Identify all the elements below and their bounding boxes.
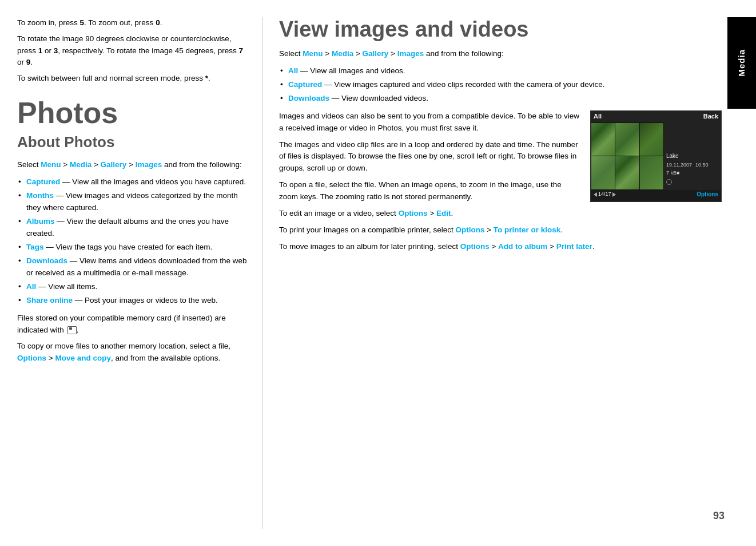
nav-right-arrow [612, 192, 616, 197]
photo-size: 7 kB■ [666, 169, 679, 177]
intro-zoom: To zoom in, press 5. To zoom out, press … [17, 17, 251, 29]
add-to-album-text: To move images to an album for later pri… [279, 241, 722, 253]
edit-text: To edit an image or a video, select Opti… [279, 208, 722, 220]
photo-cell-5 [615, 156, 639, 189]
memcard-icon [67, 326, 77, 334]
nav-left-arrow [594, 192, 597, 197]
page-container: To zoom in, press 5. To zoom out, press … [0, 0, 756, 546]
right-list-item-all: All — View all images and videos. [279, 65, 722, 77]
view-images-heading: View images and videos [279, 17, 690, 42]
list-item-all: All — View all items. [17, 281, 251, 293]
date-time: 19.11.2007 10:50 [666, 161, 709, 169]
list-item-share: Share online — Post your images or video… [17, 295, 251, 307]
page-nav: 14/17 [594, 191, 616, 198]
photo-cell-2 [615, 123, 639, 156]
photo-date: 19.11.2007 [666, 161, 692, 169]
list-item-downloads: Downloads — View items and videos downlo… [17, 255, 251, 279]
left-select-line: Select Menu > Media > Gallery > Images a… [17, 159, 251, 171]
print-text: To print your images on a compatible pri… [279, 224, 722, 236]
list-item-tags: Tags — View the tags you have created fo… [17, 242, 251, 254]
intro-rotate: To rotate the image 90 degrees clockwise… [17, 33, 251, 68]
list-item-captured: Captured — View all the images and video… [17, 176, 251, 188]
left-column: To zoom in, press 5. To zoom out, press … [17, 17, 263, 529]
media-tab: Media [727, 17, 756, 109]
lake-label: Lake [666, 152, 679, 161]
photos-heading: Photos [17, 97, 251, 129]
phone-screen-info: Lake 19.11.2007 10:50 7 kB■ [664, 122, 721, 190]
photo-cell-6 [640, 156, 663, 189]
page-count: 14/17 [598, 191, 611, 198]
files-stored-text: Files stored on your compatible memory c… [17, 312, 251, 337]
screen-header-left: All [594, 112, 602, 121]
list-item-albums: Albums — View the default albums and the… [17, 216, 251, 240]
right-list-item-captured: Captured — View images captured and vide… [279, 79, 722, 91]
options-label: Options [697, 191, 718, 199]
right-column: Media View images and videos Select Menu… [263, 17, 756, 529]
copy-move-text: To copy or move files to another memory … [17, 341, 251, 365]
screen-header-right: Back [703, 112, 718, 121]
right-bullet-list: All — View all images and videos. Captur… [279, 65, 722, 105]
right-select-line: Select Menu > Media > Gallery > Images a… [279, 48, 722, 60]
photo-grid [591, 122, 664, 190]
about-photos-heading: About Photos [17, 132, 251, 153]
phone-screen-footer: 14/17 Options [591, 190, 721, 200]
list-item-months: Months — View images and videos categori… [17, 190, 251, 214]
phone-screen-body: Lake 19.11.2007 10:50 7 kB■ [591, 122, 721, 190]
phone-screen-header: All Back [591, 111, 721, 122]
phone-screenshot: All Back Lake 19.11.2007 10:50 [590, 110, 722, 202]
photo-cell-3 [640, 123, 663, 156]
photo-time: 10:50 [695, 161, 709, 169]
left-bullet-list: Captured — View all the images and video… [17, 176, 251, 306]
page-number: 93 [713, 508, 725, 523]
photo-cell-4 [591, 156, 615, 189]
photo-cell-1 [591, 123, 615, 156]
media-tab-label: Media [735, 49, 748, 77]
intro-screen-mode: To switch between full and normal screen… [17, 73, 251, 84]
right-list-item-downloads: Downloads — View downloaded videos. [279, 93, 722, 105]
